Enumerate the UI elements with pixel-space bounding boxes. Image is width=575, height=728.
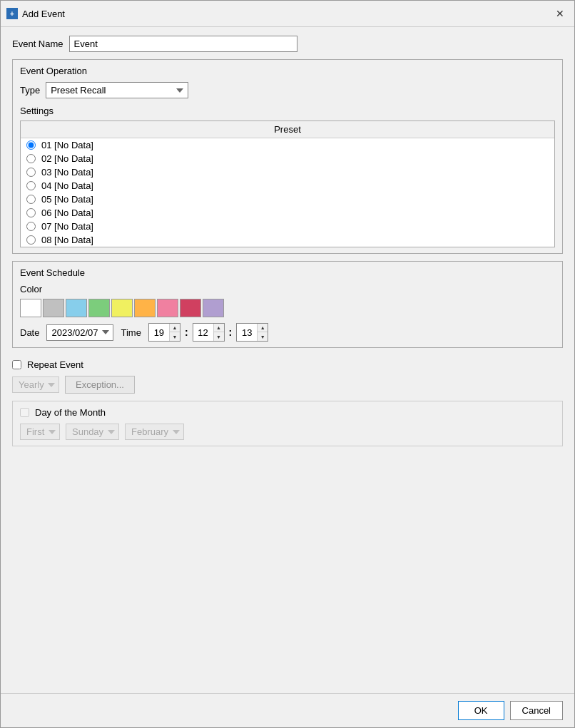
minute-down-button[interactable]: ▼ — [214, 332, 224, 341]
add-event-dialog: + Add Event ✕ Event Name Event Operation… — [0, 0, 575, 728]
minute-arrows: ▲ ▼ — [213, 324, 224, 341]
day-of-month-checkbox — [20, 408, 29, 417]
event-name-input[interactable] — [69, 36, 297, 52]
second-spinner: ▲ ▼ — [236, 323, 268, 342]
second-up-button[interactable]: ▲ — [258, 324, 268, 332]
time-label: Time — [121, 327, 141, 338]
preset-label-06: 06 [No Data] — [41, 207, 93, 218]
ok-button[interactable]: OK — [458, 701, 504, 720]
dialog-icon: + — [6, 8, 18, 19]
preset-radio-08[interactable] — [26, 235, 36, 245]
hour-down-button[interactable]: ▼ — [170, 332, 180, 341]
color-swatch-crimson[interactable] — [180, 299, 201, 317]
event-operation-title: Event Operation — [20, 66, 555, 76]
preset-radio-02[interactable] — [26, 154, 36, 163]
event-schedule-group: Event Schedule Color Date 2023/02/07 — [12, 261, 563, 348]
list-item[interactable]: 02 [No Data] — [21, 152, 554, 165]
preset-column-header: Preset — [21, 121, 554, 138]
repeat-event-checkbox[interactable] — [12, 360, 21, 369]
day-of-month-header: Day of the Month — [20, 407, 555, 418]
day-select: Sunday — [66, 424, 119, 440]
second-arrows: ▲ ▼ — [257, 324, 268, 341]
preset-label-05: 05 [No Data] — [41, 194, 93, 205]
second-down-button[interactable]: ▼ — [258, 332, 268, 341]
time-group: ▲ ▼ : ▲ ▼ : — [148, 323, 268, 342]
preset-radio-04[interactable] — [26, 181, 36, 190]
preset-label-03: 03 [No Data] — [41, 167, 93, 178]
preset-radio-03[interactable] — [26, 168, 36, 177]
preset-radio-07[interactable] — [26, 222, 36, 231]
cancel-button[interactable]: Cancel — [510, 701, 563, 720]
color-swatch-blue[interactable] — [66, 299, 87, 317]
preset-list: 01 [No Data] 02 [No Data] 03 [No Data] — [21, 138, 554, 247]
list-item[interactable]: 06 [No Data] — [21, 206, 554, 220]
month-select: February — [125, 424, 184, 440]
color-swatch-lavender[interactable] — [203, 299, 224, 317]
color-row — [20, 299, 555, 317]
first-select: First — [20, 424, 60, 440]
preset-radio-06[interactable] — [26, 208, 36, 217]
hour-up-button[interactable]: ▲ — [170, 324, 180, 332]
color-swatch-gray[interactable] — [43, 299, 64, 317]
close-button[interactable]: ✕ — [551, 5, 569, 22]
exception-button: Exception... — [65, 376, 135, 394]
repeat-section: Repeat Event Yearly Exception... Day of … — [12, 359, 563, 446]
dialog-body: Event Name Event Operation Type Preset R… — [1, 27, 574, 693]
second-input[interactable] — [237, 326, 257, 339]
color-swatch-green[interactable] — [88, 299, 110, 317]
type-label: Type — [20, 85, 40, 96]
day-of-month-label: Day of the Month — [35, 407, 106, 418]
hour-spinner: ▲ ▼ — [148, 323, 180, 342]
list-item[interactable]: 04 [No Data] — [21, 179, 554, 193]
repeat-header: Repeat Event — [12, 359, 563, 370]
day-month-selects: First Sunday February — [20, 424, 555, 440]
minute-up-button[interactable]: ▲ — [214, 324, 224, 332]
event-name-row: Event Name — [12, 36, 563, 52]
date-time-row: Date 2023/02/07 Time ▲ ▼ : — [20, 323, 555, 342]
color-swatch-white[interactable] — [20, 299, 41, 317]
minute-input[interactable] — [193, 326, 213, 339]
hour-input[interactable] — [149, 326, 169, 339]
color-swatch-yellow[interactable] — [111, 299, 133, 317]
colon-2: : — [228, 327, 234, 338]
hour-arrows: ▲ ▼ — [169, 324, 180, 341]
list-item[interactable]: 07 [No Data] — [21, 220, 554, 233]
footer: OK Cancel — [1, 693, 574, 727]
title-bar: + Add Event ✕ — [1, 1, 574, 27]
day-of-month-section: Day of the Month First Sunday February — [12, 401, 563, 446]
list-item[interactable]: 08 [No Data] — [21, 233, 554, 247]
event-schedule-title: Event Schedule — [20, 267, 555, 278]
settings-box: Preset 01 [No Data] 02 [No Data] 03 [ — [20, 121, 555, 247]
preset-radio-01[interactable] — [26, 140, 36, 150]
color-label: Color — [20, 284, 42, 294]
type-row: Type Preset Recall — [20, 82, 555, 98]
preset-label-07: 07 [No Data] — [41, 221, 93, 232]
type-select[interactable]: Preset Recall — [46, 82, 188, 98]
list-item[interactable]: 05 [No Data] — [21, 193, 554, 206]
colon-1: : — [183, 327, 190, 338]
dialog-title: Add Event — [22, 9, 547, 19]
date-label: Date — [20, 327, 39, 338]
preset-label-02: 02 [No Data] — [41, 153, 93, 164]
color-swatch-pink[interactable] — [157, 299, 178, 317]
list-item[interactable]: 01 [No Data] — [21, 138, 554, 152]
minute-spinner: ▲ ▼ — [193, 323, 225, 342]
frequency-select: Yearly — [12, 376, 59, 393]
color-swatch-orange[interactable] — [134, 299, 156, 317]
preset-label-04: 04 [No Data] — [41, 180, 93, 191]
settings-label: Settings — [20, 106, 555, 116]
list-item[interactable]: 03 [No Data] — [21, 165, 554, 179]
event-operation-group: Event Operation Type Preset Recall Setti… — [12, 59, 563, 254]
preset-radio-05[interactable] — [26, 195, 36, 204]
date-select[interactable]: 2023/02/07 — [46, 324, 113, 341]
event-name-label: Event Name — [12, 39, 63, 49]
repeat-controls: Yearly Exception... — [12, 376, 563, 394]
preset-label-08: 08 [No Data] — [41, 235, 93, 245]
settings-section: Settings Preset 01 [No Data] 02 [No Data… — [20, 106, 555, 247]
preset-label-01: 01 [No Data] — [41, 140, 93, 150]
repeat-event-label: Repeat Event — [27, 359, 83, 370]
